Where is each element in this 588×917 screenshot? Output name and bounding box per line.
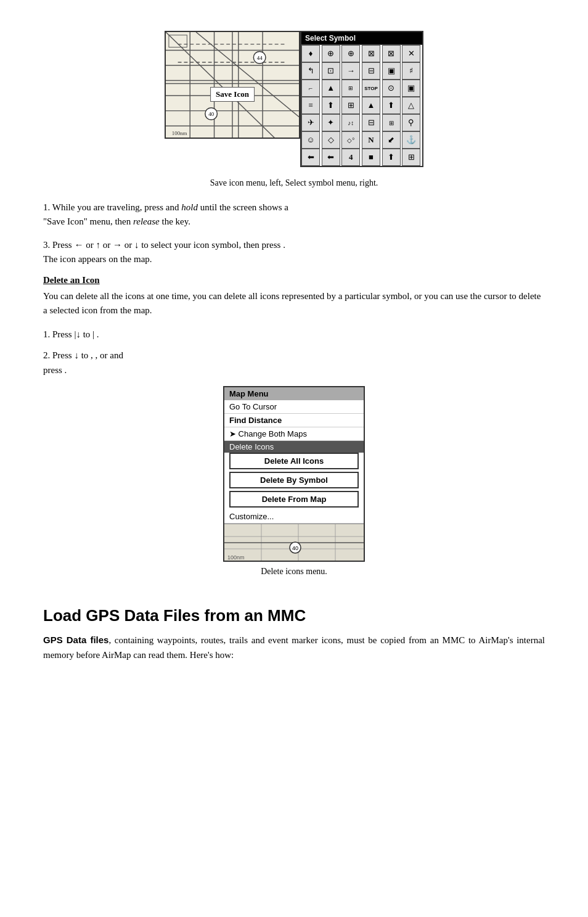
svg-text:44: 44: [257, 55, 263, 61]
symbol-cell[interactable]: △: [402, 97, 420, 114]
load-gps-bold-term: GPS Data files: [43, 635, 108, 645]
menu-sub-item-symbol[interactable]: Delete By Symbol: [229, 472, 359, 488]
symbol-cell[interactable]: ⊞: [382, 114, 401, 131]
symbol-cell[interactable]: 4: [341, 149, 360, 166]
page-content: 44 40 100nm Save Icon Select Symbol ♦ ⊕ …: [43, 31, 545, 662]
step-press2-c: , or: [93, 350, 108, 360]
symbol-cell[interactable]: N: [362, 131, 380, 149]
step-press1-a: 1. Press: [43, 329, 72, 339]
symbol-cell[interactable]: ✈: [301, 114, 320, 131]
symbol-grid: ♦ ⊕ ⊕ ⊠ ⊠ ✕ ↰ ⊡ → ⊟ ▣ ♯ ⌐ ▲ ⊞ STOP ⊙ ▣: [301, 44, 422, 166]
symbol-cell[interactable]: →: [341, 62, 360, 80]
symbol-cell[interactable]: ⊞: [402, 149, 420, 166]
map-image: 44 40 100nm Save Icon: [165, 31, 300, 139]
symbol-cell[interactable]: ⬆: [322, 97, 340, 114]
svg-text:40: 40: [292, 545, 298, 551]
step-press2-a: 2. Press ↓ to: [43, 350, 88, 360]
step3-end: .: [280, 240, 285, 250]
symbol-cell[interactable]: ✦: [322, 114, 340, 131]
delete-icon-heading: Delete an Icon: [43, 275, 545, 286]
step-press3-a: press: [43, 365, 62, 375]
step1-italic1: hold: [181, 202, 198, 212]
symbol-cell[interactable]: ⚲: [402, 114, 420, 131]
svg-text:100nm: 100nm: [227, 554, 245, 561]
symbol-cell[interactable]: ⬋: [382, 131, 401, 149]
symbol-cell[interactable]: ♪↕: [341, 114, 360, 131]
load-gps-heading: Load GPS Data Files from an MMC: [43, 606, 545, 625]
step1-middle: until the screen shows a: [198, 202, 288, 212]
symbol-cell[interactable]: ⬅: [322, 149, 340, 166]
step-press1-b: |↓ to: [72, 329, 91, 339]
delete-menu-caption: Delete icons menu.: [261, 567, 327, 577]
symbol-cell[interactable]: ⊕: [322, 45, 340, 62]
save-icon-label: Save Icon: [210, 87, 255, 102]
menu-item-find[interactable]: Find Distance: [224, 414, 364, 427]
symbol-cell[interactable]: ☺: [301, 131, 320, 149]
step1-line2b: the: [160, 216, 173, 226]
load-gps-body: GPS Data files, containing waypoints, ro…: [43, 633, 545, 662]
top-figure: 44 40 100nm Save Icon Select Symbol ♦ ⊕ …: [43, 31, 545, 167]
symbol-cell[interactable]: ≡: [301, 97, 320, 114]
step1-text: 1. While you are traveling, press and: [43, 202, 181, 212]
svg-text:40: 40: [208, 111, 214, 117]
figure-caption: Save icon menu, left, Select symbol menu…: [43, 178, 545, 188]
menu-header: Map Menu: [224, 387, 364, 400]
symbol-cell[interactable]: ◇: [322, 131, 340, 149]
delete-icon-body: You can delete all the icons at one time…: [43, 289, 545, 318]
symbol-cell[interactable]: ↰: [301, 62, 320, 80]
step3-line2: The icon appears on the map.: [43, 254, 152, 264]
symbol-cell[interactable]: ⊠: [362, 45, 380, 62]
step-press2-d: and: [108, 350, 123, 360]
symbol-cell[interactable]: ⌐: [301, 80, 320, 97]
symbol-cell[interactable]: ⊙: [382, 80, 401, 97]
step1-line2: "Save Icon" menu, then: [43, 216, 133, 226]
symbol-cell[interactable]: ⊟: [362, 114, 380, 131]
symbol-cell[interactable]: ■: [362, 149, 380, 166]
menu-sub-item-all[interactable]: Delete All Icons: [229, 453, 359, 469]
menu-sub-item-from-map[interactable]: Delete From Map: [229, 491, 359, 508]
select-symbol-header: Select Symbol: [301, 32, 422, 44]
step1: 1. While you are traveling, press and ho…: [43, 200, 545, 229]
symbol-cell[interactable]: ⊟: [362, 62, 380, 80]
step-press-1: 1. Press |↓ to | .: [43, 327, 545, 342]
select-symbol-panel: Select Symbol ♦ ⊕ ⊕ ⊠ ⊠ ✕ ↰ ⊡ → ⊟ ▣ ♯ ⌐ …: [300, 31, 423, 167]
step1-line2c: key.: [173, 216, 190, 226]
symbol-cell[interactable]: ✕: [402, 45, 420, 62]
symbol-cell[interactable]: ▲: [322, 80, 340, 97]
step3-text: 3. Press ← or ↑ or → or ↓ to select your…: [43, 240, 280, 250]
menu-item-customize[interactable]: Customize...: [224, 510, 364, 524]
symbol-cell[interactable]: ♦: [301, 45, 320, 62]
symbol-cell[interactable]: ♯: [402, 62, 420, 80]
symbol-cell[interactable]: ⊞: [341, 80, 360, 97]
symbol-cell[interactable]: ⊠: [382, 45, 401, 62]
step-press2-b: ,: [88, 350, 93, 360]
step-press1-c: | .: [90, 329, 99, 339]
delete-menu-box: Map Menu Go To Cursor Find Distance ➤ Ch…: [223, 386, 365, 562]
symbol-cell[interactable]: ◇°: [341, 131, 360, 149]
symbol-cell[interactable]: ▣: [382, 62, 401, 80]
delete-menu-figure: Map Menu Go To Cursor Find Distance ➤ Ch…: [43, 386, 545, 589]
symbol-cell[interactable]: STOP: [362, 80, 380, 97]
step1-italic2: release: [133, 216, 160, 226]
menu-item-delete-icons[interactable]: Delete Icons: [224, 441, 364, 453]
symbol-cell[interactable]: ▣: [402, 80, 420, 97]
svg-text:100nm: 100nm: [172, 130, 187, 136]
step-press-2: 2. Press ↓ to , , or and press .: [43, 348, 545, 377]
load-gps-body-text: , containing waypoints, routes, trails a…: [43, 635, 545, 660]
symbol-cell[interactable]: ⬆: [382, 149, 401, 166]
symbol-cell[interactable]: ⊕: [341, 45, 360, 62]
symbol-cell[interactable]: ▲: [362, 97, 380, 114]
step-press3-b: .: [62, 365, 67, 375]
symbol-cell[interactable]: ⬅: [301, 149, 320, 166]
symbol-cell[interactable]: ⊞: [341, 97, 360, 114]
symbol-cell[interactable]: ⬆: [382, 97, 401, 114]
menu-item-goto[interactable]: Go To Cursor: [224, 400, 364, 414]
symbol-cell[interactable]: ⊡: [322, 62, 340, 80]
step3: 3. Press ← or ↑ or → or ↓ to select your…: [43, 238, 545, 267]
menu-map-preview: 40 100nm: [224, 524, 364, 561]
symbol-cell[interactable]: ⚓: [402, 131, 420, 149]
menu-item-change[interactable]: ➤ Change Both Maps: [224, 427, 364, 441]
